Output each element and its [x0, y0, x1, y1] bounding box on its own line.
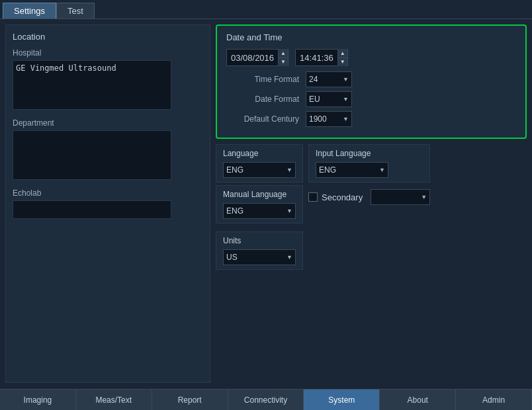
date-format-row: Date Format EU ▼: [226, 91, 516, 107]
units-value: US: [226, 253, 238, 262]
language-group-title: Language: [223, 149, 296, 158]
nav-system[interactable]: System: [304, 390, 380, 410]
tab-settings[interactable]: Settings: [3, 3, 56, 19]
input-language-title: Input Language: [316, 149, 423, 158]
date-format-arrow: ▼: [343, 96, 349, 102]
nav-report[interactable]: Report: [152, 390, 228, 410]
nav-meastext[interactable]: Meas/Text: [76, 390, 152, 410]
manual-language-group: Manual Language ENG ▼: [216, 185, 303, 224]
time-up-arrow[interactable]: ▲: [338, 49, 347, 58]
location-title: Location: [13, 32, 203, 42]
time-input[interactable]: 14:41:36 ▲ ▼: [295, 49, 348, 66]
manual-language-title: Manual Language: [223, 190, 296, 199]
default-century-arrow: ▼: [343, 116, 349, 122]
right-panel: Date and Time 03/08/2016 ▲ ▼ 14:41:36 ▲ …: [216, 24, 527, 383]
input-language-arrow: ▼: [379, 167, 385, 173]
hospital-label: Hospital: [13, 48, 203, 58]
input-language-group: Input Language ENG ▼: [308, 144, 430, 183]
top-tabs: Settings Test: [0, 0, 532, 19]
secondary-label: Secondary: [322, 192, 363, 202]
date-value: 03/08/2016: [227, 53, 278, 63]
language-col: Language ENG ▼ Manual Language ENG ▼: [216, 144, 303, 224]
language-arrow: ▼: [287, 167, 292, 173]
input-language-select[interactable]: ENG ▼: [316, 162, 388, 178]
time-format-value: 24: [309, 75, 318, 84]
date-format-value: EU: [309, 95, 320, 104]
nav-imaging[interactable]: Imaging: [0, 390, 76, 410]
units-select[interactable]: US ▼: [223, 249, 296, 265]
echolab-label: Echolab: [13, 188, 203, 198]
date-format-label: Date Format: [226, 95, 306, 104]
date-up-arrow[interactable]: ▲: [279, 49, 288, 58]
date-spin-arrows[interactable]: ▲ ▼: [278, 49, 288, 66]
input-language-value: ENG: [319, 165, 336, 175]
secondary-arrow: ▼: [421, 194, 427, 200]
datetime-box: Date and Time 03/08/2016 ▲ ▼ 14:41:36 ▲ …: [216, 24, 527, 139]
time-format-select[interactable]: 24 ▼: [306, 71, 352, 87]
units-section: Units US ▼: [216, 231, 527, 270]
units-title: Units: [223, 236, 296, 245]
default-century-value: 1900: [309, 114, 327, 124]
department-field[interactable]: [13, 130, 171, 180]
manual-language-arrow: ▼: [287, 208, 292, 214]
nav-admin[interactable]: Admin: [456, 390, 532, 410]
time-format-arrow: ▼: [343, 76, 349, 83]
units-arrow: ▼: [287, 254, 292, 261]
default-century-select[interactable]: 1900 ▼: [306, 111, 352, 127]
datetime-row: 03/08/2016 ▲ ▼ 14:41:36 ▲ ▼: [226, 49, 516, 66]
manual-language-value: ENG: [226, 206, 244, 216]
date-input[interactable]: 03/08/2016 ▲ ▼: [226, 49, 288, 66]
language-select[interactable]: ENG ▼: [223, 162, 296, 178]
units-group: Units US ▼: [216, 231, 303, 270]
time-format-label: Time Format: [226, 75, 306, 84]
mid-section: Language ENG ▼ Manual Language ENG ▼: [216, 144, 527, 224]
default-century-row: Default Century 1900 ▼: [226, 111, 516, 127]
nav-about[interactable]: About: [380, 390, 456, 410]
secondary-checkbox[interactable]: [308, 192, 318, 202]
input-lang-col: Input Language ENG ▼ Secondary ▼: [308, 144, 430, 224]
language-value: ENG: [226, 165, 244, 175]
secondary-area: Secondary ▼: [308, 185, 430, 209]
bottom-nav: Imaging Meas/Text Report Connectivity Sy…: [0, 389, 532, 410]
hospital-field[interactable]: GE Vingmed Ultrasound: [13, 60, 171, 110]
department-label: Department: [13, 118, 203, 128]
nav-connectivity[interactable]: Connectivity: [228, 390, 304, 410]
date-format-select[interactable]: EU ▼: [306, 91, 352, 107]
default-century-label: Default Century: [226, 114, 306, 124]
time-spin-arrows[interactable]: ▲ ▼: [337, 49, 347, 66]
time-format-row: Time Format 24 ▼: [226, 71, 516, 87]
main-content: Location Hospital GE Vingmed Ultrasound …: [0, 19, 532, 388]
language-group: Language ENG ▼: [216, 144, 303, 183]
date-down-arrow[interactable]: ▼: [279, 58, 288, 67]
tab-test[interactable]: Test: [56, 3, 95, 19]
time-value: 14:41:36: [296, 53, 337, 63]
echolab-field[interactable]: [13, 200, 171, 219]
datetime-title: Date and Time: [226, 32, 516, 42]
time-down-arrow[interactable]: ▼: [338, 58, 347, 67]
secondary-select[interactable]: ▼: [371, 189, 430, 205]
manual-language-select[interactable]: ENG ▼: [223, 203, 296, 219]
left-panel: Location Hospital GE Vingmed Ultrasound …: [5, 24, 210, 383]
